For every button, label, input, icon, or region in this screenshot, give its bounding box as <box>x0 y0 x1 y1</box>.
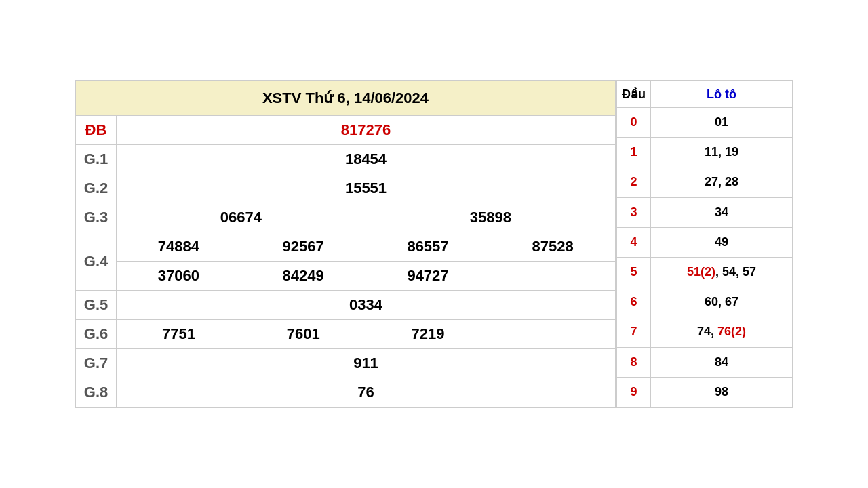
loto-dau-cell: 3 <box>617 197 651 227</box>
loto-value-part: 74 <box>697 325 711 338</box>
loto-header-loto: Lô tô <box>651 81 793 108</box>
table-row-g5: G.5 0334 <box>76 291 616 320</box>
loto-row: 660, 67 <box>617 287 793 317</box>
loto-value-cell: 01 <box>651 108 793 138</box>
loto-dau-cell: 5 <box>617 257 651 287</box>
loto-dau-cell: 1 <box>617 138 651 167</box>
g4-v4: 87528 <box>490 232 616 262</box>
g7-value: 911 <box>117 349 616 378</box>
loto-value-cell: 34 <box>651 197 793 227</box>
g3-label: G.3 <box>76 203 117 232</box>
g4-v5: 37060 <box>117 262 241 291</box>
g4-label: G.4 <box>76 232 117 291</box>
g2-value: 15551 <box>117 174 616 203</box>
loto-row: 551(2), 54, 57 <box>617 257 793 287</box>
g1-label: G.1 <box>76 145 117 174</box>
g6-v1: 7751 <box>117 320 241 349</box>
loto-value-part: 54 <box>722 265 736 279</box>
g4-v6: 84249 <box>241 262 366 291</box>
g5-value: 0334 <box>117 291 616 320</box>
g7-label: G.7 <box>76 349 117 378</box>
g6-v3: 7219 <box>366 320 490 349</box>
loto-value-cell: 49 <box>651 227 793 257</box>
loto-row: 334 <box>617 197 793 227</box>
db-value: 817276 <box>117 116 616 145</box>
loto-value-cell: 84 <box>651 347 793 377</box>
loto-value-cell: 11, 19 <box>651 138 793 167</box>
loto-value-part: 49 <box>715 235 728 249</box>
g4-v1: 74884 <box>117 232 241 262</box>
loto-value-cell: 74, 76(2) <box>651 317 793 347</box>
loto-header-dau: Đầu <box>617 81 651 108</box>
prizes-table: XSTV Thứ 6, 14/06/2024 ĐB 817276 G.1 184… <box>75 81 616 407</box>
g3-value1: 06674 <box>117 203 366 232</box>
loto-dau-cell: 7 <box>617 317 651 347</box>
loto-row: 774, 76(2) <box>617 317 793 347</box>
g1-value: 18454 <box>117 145 616 174</box>
g6-v4 <box>490 320 616 349</box>
loto-value-part: 57 <box>743 265 756 279</box>
table-row-g2: G.2 15551 <box>76 174 616 203</box>
table-row-g4-1: G.4 74884 92567 86557 87528 <box>76 232 616 262</box>
loto-value-part: 34 <box>715 205 728 219</box>
g6-v2: 7601 <box>241 320 366 349</box>
table-row-g1: G.1 18454 <box>76 145 616 174</box>
g5-label: G.5 <box>76 291 117 320</box>
loto-value-cell: 27, 28 <box>651 167 793 197</box>
loto-dau-cell: 9 <box>617 377 651 407</box>
table-row-db: ĐB 817276 <box>76 116 616 145</box>
loto-value-part: 98 <box>715 385 728 399</box>
table-row-g4-2: 37060 84249 94727 <box>76 262 616 291</box>
loto-value-part: 84 <box>715 355 728 369</box>
table-row-g6: G.6 7751 7601 7219 <box>76 320 616 349</box>
loto-row: 998 <box>617 377 793 407</box>
loto-value-part: 60, 67 <box>705 295 738 308</box>
main-container: XSTV Thứ 6, 14/06/2024 ĐB 817276 G.1 184… <box>75 80 793 408</box>
g4-v7: 94727 <box>366 262 490 291</box>
loto-value-part: 76(2) <box>717 325 746 338</box>
loto-value-part: 27, 28 <box>705 175 738 188</box>
db-label: ĐB <box>76 116 117 145</box>
loto-value-cell: 60, 67 <box>651 287 793 317</box>
g8-label: G.8 <box>76 378 117 407</box>
loto-row: 884 <box>617 347 793 377</box>
loto-value-cell: 98 <box>651 377 793 407</box>
g8-value: 76 <box>117 378 616 407</box>
loto-row: 111, 19 <box>617 138 793 167</box>
loto-value-part: 11, 19 <box>705 145 738 159</box>
table-row-g3: G.3 06674 35898 <box>76 203 616 232</box>
table-row-g8: G.8 76 <box>76 378 616 407</box>
loto-row: 001 <box>617 108 793 138</box>
loto-dau-cell: 6 <box>617 287 651 317</box>
g6-label: G.6 <box>76 320 117 349</box>
page-title: XSTV Thứ 6, 14/06/2024 <box>76 81 616 116</box>
loto-value-part: 51(2) <box>687 265 715 279</box>
loto-table: Đầu Lô tô 001111, 19227, 28334449551(2),… <box>616 81 793 407</box>
loto-value-part: 01 <box>715 115 728 129</box>
loto-dau-cell: 2 <box>617 167 651 197</box>
loto-dau-cell: 0 <box>617 108 651 138</box>
loto-row: 227, 28 <box>617 167 793 197</box>
g2-label: G.2 <box>76 174 117 203</box>
g4-v8 <box>490 262 616 291</box>
g4-v3: 86557 <box>366 232 490 262</box>
loto-dau-cell: 8 <box>617 347 651 377</box>
loto-dau-cell: 4 <box>617 227 651 257</box>
g3-value2: 35898 <box>366 203 616 232</box>
g4-v2: 92567 <box>241 232 366 262</box>
loto-row: 449 <box>617 227 793 257</box>
loto-value-cell: 51(2), 54, 57 <box>651 257 793 287</box>
table-row-g7: G.7 911 <box>76 349 616 378</box>
